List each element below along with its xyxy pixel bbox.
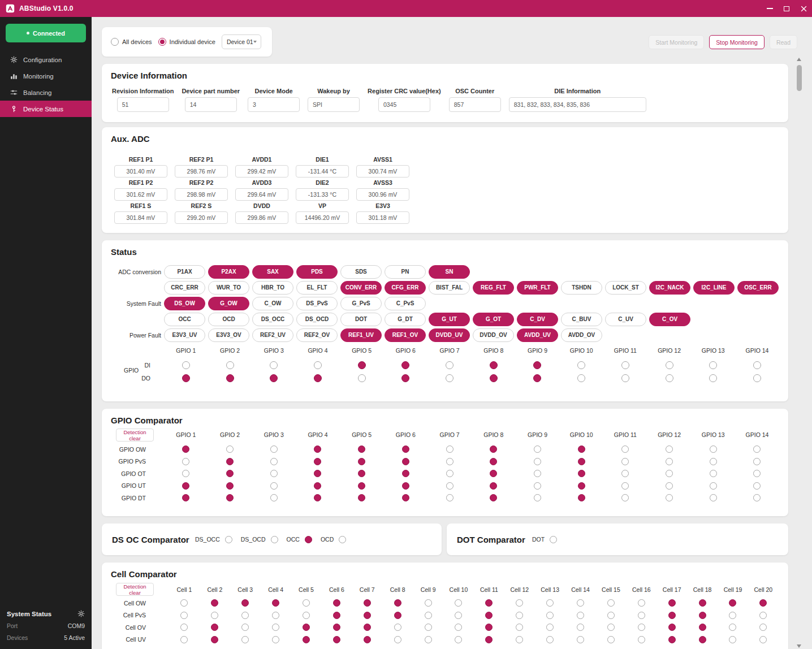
di-gpio-3-dot — [270, 361, 278, 369]
gpio-pvs-gpio-1-dot — [182, 458, 189, 465]
minimize-button[interactable] — [761, 0, 778, 17]
ref1-s-value-input[interactable] — [114, 211, 167, 224]
field-label: AVSS1 — [373, 156, 392, 163]
column-header: GPIO 10 — [559, 431, 603, 438]
grid-cell — [382, 636, 413, 643]
grid-cell — [291, 624, 322, 631]
gpio-ow-gpio-11-dot — [621, 445, 629, 453]
connected-dot-icon — [27, 32, 29, 34]
start-monitoring-button[interactable]: Start Monitoring — [649, 35, 704, 49]
field-label: AVDD3 — [252, 179, 272, 186]
vp-value-input[interactable] — [296, 211, 349, 224]
cell-pvs-cell-11-dot — [485, 612, 493, 619]
device-mode-input[interactable] — [248, 97, 300, 112]
row-label: Cell OW — [102, 600, 169, 607]
stop-monitoring-button[interactable]: Stop Monitoring — [709, 35, 765, 49]
individual-device-radio[interactable]: Individual device — [158, 38, 215, 46]
ref1-p1-value-input[interactable] — [114, 165, 167, 178]
device-part-number-input[interactable] — [185, 97, 237, 112]
row-label: GPIO OT — [102, 470, 164, 477]
column-header: Cell 4 — [261, 586, 291, 593]
avdd3-value-input[interactable] — [235, 188, 288, 201]
e3v3-value-input[interactable] — [356, 211, 409, 224]
grid-cell — [516, 482, 560, 490]
gpio-pvs-gpio-12-dot — [666, 458, 673, 465]
grid-cell — [656, 624, 687, 631]
grid-cell — [474, 599, 504, 607]
cell-pvs-cell-4-dot — [272, 612, 279, 619]
settings-gear-icon[interactable] — [77, 610, 85, 617]
grid-row: GPIO OW — [102, 443, 788, 456]
dvdd-value-input[interactable] — [235, 211, 288, 224]
grid-cell — [291, 612, 322, 619]
all-devices-radio[interactable]: All devices — [111, 38, 152, 46]
avss3-value-input[interactable] — [356, 188, 409, 201]
close-icon — [801, 6, 807, 12]
ref1-p2-value-input[interactable] — [114, 188, 167, 201]
sidebar-item-configuration[interactable]: Configuration — [0, 51, 92, 68]
close-button[interactable] — [795, 0, 812, 17]
flag-avdd-uv: AVDD_UV — [517, 328, 558, 342]
ref2-p2-value-input[interactable] — [175, 188, 228, 201]
die-information-input[interactable] — [509, 97, 646, 112]
avdd1-value-input[interactable] — [235, 165, 288, 178]
gpio-detection-clear-button[interactable]: Detection clear — [116, 429, 154, 442]
register-crc-value-hex-input[interactable] — [378, 97, 430, 112]
grid-cell — [718, 636, 748, 643]
cell-pvs-cell-19-dot — [729, 612, 736, 619]
ref2-s-value-input[interactable] — [175, 211, 228, 224]
wakeup-by-input[interactable] — [308, 97, 360, 112]
grid-cell — [321, 636, 352, 643]
grid-cell — [427, 458, 472, 465]
gpio-dt-gpio-8-dot — [490, 494, 497, 501]
die2-value-input[interactable] — [296, 188, 349, 201]
cell-ov-cell-16-dot — [638, 624, 645, 631]
scrollbar-down-arrow[interactable] — [797, 644, 801, 648]
maximize-button[interactable] — [778, 0, 795, 17]
gpio-dt-gpio-13-dot — [710, 494, 717, 501]
read-button[interactable]: Read — [770, 35, 797, 49]
revision-information-input[interactable] — [117, 97, 169, 112]
gpio-ow-gpio-2-dot — [226, 445, 234, 453]
grid-cell — [595, 636, 626, 643]
cell-pvs-cell-18-dot — [699, 612, 706, 619]
grid-cell — [208, 494, 252, 501]
device-select[interactable]: Device 01 — [222, 34, 261, 49]
die1-value-input[interactable] — [296, 165, 349, 178]
sidebar-item-label: Device Status — [23, 106, 63, 113]
scrollbar-thumb[interactable] — [797, 65, 802, 91]
osc-counter-input[interactable] — [449, 97, 501, 112]
column-header: GPIO 2 — [208, 347, 252, 354]
cell-ow-cell-15-dot — [607, 599, 615, 607]
grid-cell — [735, 494, 779, 501]
gpio-ot-gpio-12-dot — [666, 470, 673, 477]
connected-status-button[interactable]: Connected — [6, 24, 86, 42]
field-label: REF1 P2 — [129, 179, 153, 186]
grid-cell — [352, 599, 382, 607]
di-gpio-11-dot — [621, 361, 629, 369]
grid-cell — [472, 374, 516, 382]
flag-avdd-ov: AVDD_OV — [561, 328, 602, 342]
gpio-ut-gpio-14-dot — [753, 482, 761, 490]
cell-ow-cell-16-dot — [638, 599, 645, 607]
scrollbar-up-arrow[interactable] — [797, 58, 801, 61]
grid-cell — [443, 599, 474, 607]
grid-cell — [340, 494, 384, 501]
sidebar-item-monitoring[interactable]: Monitoring — [0, 68, 92, 84]
grid-cell — [296, 470, 340, 477]
cell-detection-clear-button[interactable]: Detection clear — [116, 583, 154, 596]
grid-row: GPIO UT — [102, 480, 788, 492]
avss1-value-input[interactable] — [356, 165, 409, 178]
sidebar-item-device-status[interactable]: Device Status — [0, 101, 92, 117]
gpio-section-label: GPIO — [124, 367, 139, 374]
grid-cell — [595, 599, 626, 607]
scrollbar[interactable] — [795, 58, 803, 648]
ref2-p1-value-input[interactable] — [175, 165, 228, 178]
gpio-ot-gpio-14-dot — [753, 470, 761, 477]
radio-label: All devices — [122, 38, 152, 45]
grid-cell — [200, 612, 230, 619]
flag-reg-flt: REG_FLT — [473, 281, 514, 295]
ds-occ-indicator-dot — [225, 536, 232, 543]
field-label: REF1 P1 — [129, 156, 153, 163]
sidebar-item-balancing[interactable]: Balancing — [0, 84, 92, 101]
